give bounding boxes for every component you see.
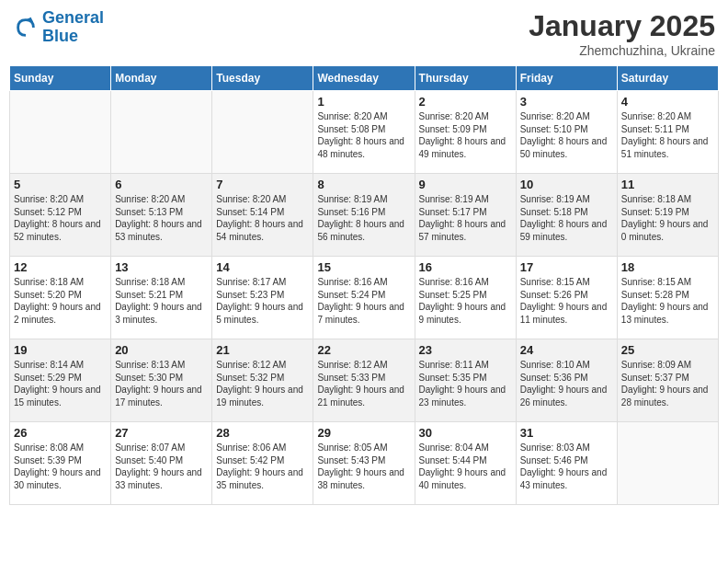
logo: General Blue bbox=[13, 9, 104, 46]
day-number: 18 bbox=[621, 260, 714, 274]
calendar-table: SundayMondayTuesdayWednesdayThursdayFrid… bbox=[9, 65, 719, 505]
day-cell: 23Sunrise: 8:11 AM Sunset: 5:35 PM Dayli… bbox=[415, 339, 516, 422]
day-number: 28 bbox=[216, 426, 309, 440]
header-row: SundayMondayTuesdayWednesdayThursdayFrid… bbox=[10, 66, 719, 91]
day-info: Sunrise: 8:20 AM Sunset: 5:13 PM Dayligh… bbox=[115, 193, 208, 243]
day-info: Sunrise: 8:20 AM Sunset: 5:11 PM Dayligh… bbox=[621, 110, 714, 160]
day-info: Sunrise: 8:19 AM Sunset: 5:17 PM Dayligh… bbox=[419, 193, 512, 243]
month-title: January 2025 bbox=[529, 9, 715, 43]
col-header-monday: Monday bbox=[111, 66, 212, 91]
day-number: 23 bbox=[419, 343, 512, 357]
day-number: 13 bbox=[115, 260, 208, 274]
day-info: Sunrise: 8:05 AM Sunset: 5:43 PM Dayligh… bbox=[317, 442, 410, 491]
day-cell: 17Sunrise: 8:15 AM Sunset: 5:26 PM Dayli… bbox=[516, 257, 617, 339]
day-cell: 31Sunrise: 8:03 AM Sunset: 5:46 PM Dayli… bbox=[516, 422, 617, 505]
day-number: 2 bbox=[419, 95, 512, 109]
day-info: Sunrise: 8:12 AM Sunset: 5:32 PM Dayligh… bbox=[216, 359, 309, 408]
day-info: Sunrise: 8:07 AM Sunset: 5:40 PM Dayligh… bbox=[115, 442, 208, 491]
day-number: 9 bbox=[419, 178, 512, 191]
day-number: 1 bbox=[317, 95, 410, 109]
day-number: 24 bbox=[520, 343, 613, 357]
day-info: Sunrise: 8:15 AM Sunset: 5:26 PM Dayligh… bbox=[520, 276, 613, 326]
day-info: Sunrise: 8:15 AM Sunset: 5:28 PM Dayligh… bbox=[621, 276, 714, 326]
week-row-2: 5Sunrise: 8:20 AM Sunset: 5:12 PM Daylig… bbox=[10, 174, 719, 257]
day-cell: 24Sunrise: 8:10 AM Sunset: 5:36 PM Dayli… bbox=[516, 339, 617, 422]
day-info: Sunrise: 8:17 AM Sunset: 5:23 PM Dayligh… bbox=[216, 276, 309, 326]
day-number: 6 bbox=[115, 178, 208, 191]
day-cell: 5Sunrise: 8:20 AM Sunset: 5:12 PM Daylig… bbox=[10, 174, 111, 257]
day-info: Sunrise: 8:10 AM Sunset: 5:36 PM Dayligh… bbox=[520, 359, 613, 408]
day-info: Sunrise: 8:20 AM Sunset: 5:12 PM Dayligh… bbox=[14, 193, 107, 243]
day-number: 8 bbox=[317, 178, 410, 191]
day-number: 20 bbox=[115, 343, 208, 357]
day-number: 11 bbox=[621, 178, 714, 191]
day-number: 15 bbox=[317, 260, 410, 274]
col-header-sunday: Sunday bbox=[10, 66, 111, 91]
day-cell: 3Sunrise: 8:20 AM Sunset: 5:10 PM Daylig… bbox=[516, 91, 617, 174]
day-cell: 2Sunrise: 8:20 AM Sunset: 5:09 PM Daylig… bbox=[415, 91, 516, 174]
col-header-friday: Friday bbox=[516, 66, 617, 91]
day-info: Sunrise: 8:20 AM Sunset: 5:10 PM Dayligh… bbox=[520, 110, 613, 160]
day-number: 16 bbox=[419, 260, 512, 274]
day-cell: 15Sunrise: 8:16 AM Sunset: 5:24 PM Dayli… bbox=[313, 257, 415, 339]
day-number: 30 bbox=[419, 426, 512, 440]
day-cell bbox=[617, 422, 718, 505]
day-number: 29 bbox=[317, 426, 410, 440]
week-row-3: 12Sunrise: 8:18 AM Sunset: 5:20 PM Dayli… bbox=[10, 257, 719, 339]
day-info: Sunrise: 8:20 AM Sunset: 5:14 PM Dayligh… bbox=[216, 193, 309, 243]
day-cell: 30Sunrise: 8:04 AM Sunset: 5:44 PM Dayli… bbox=[415, 422, 516, 505]
day-info: Sunrise: 8:03 AM Sunset: 5:46 PM Dayligh… bbox=[520, 442, 613, 491]
day-cell bbox=[111, 91, 212, 174]
day-cell bbox=[212, 91, 313, 174]
day-info: Sunrise: 8:08 AM Sunset: 5:39 PM Dayligh… bbox=[14, 442, 107, 491]
col-header-thursday: Thursday bbox=[415, 66, 516, 91]
subtitle: Zhemchuzhina, Ukraine bbox=[529, 43, 715, 58]
day-cell: 12Sunrise: 8:18 AM Sunset: 5:20 PM Dayli… bbox=[10, 257, 111, 339]
day-cell: 4Sunrise: 8:20 AM Sunset: 5:11 PM Daylig… bbox=[617, 91, 718, 174]
col-header-tuesday: Tuesday bbox=[212, 66, 313, 91]
logo-text: General Blue bbox=[42, 9, 104, 46]
day-number: 12 bbox=[14, 260, 107, 274]
logo-icon bbox=[13, 15, 39, 40]
day-cell: 18Sunrise: 8:15 AM Sunset: 5:28 PM Dayli… bbox=[617, 257, 718, 339]
day-number: 14 bbox=[216, 260, 309, 274]
col-header-saturday: Saturday bbox=[617, 66, 718, 91]
day-number: 10 bbox=[520, 178, 613, 191]
day-cell: 1Sunrise: 8:20 AM Sunset: 5:08 PM Daylig… bbox=[313, 91, 415, 174]
day-info: Sunrise: 8:13 AM Sunset: 5:30 PM Dayligh… bbox=[115, 359, 208, 408]
day-info: Sunrise: 8:14 AM Sunset: 5:29 PM Dayligh… bbox=[14, 359, 107, 408]
day-cell: 29Sunrise: 8:05 AM Sunset: 5:43 PM Dayli… bbox=[313, 422, 415, 505]
day-number: 31 bbox=[520, 426, 613, 440]
day-number: 19 bbox=[14, 343, 107, 357]
day-info: Sunrise: 8:11 AM Sunset: 5:35 PM Dayligh… bbox=[419, 359, 512, 408]
day-info: Sunrise: 8:04 AM Sunset: 5:44 PM Dayligh… bbox=[419, 442, 512, 491]
day-number: 3 bbox=[520, 95, 613, 109]
day-cell: 7Sunrise: 8:20 AM Sunset: 5:14 PM Daylig… bbox=[212, 174, 313, 257]
day-number: 4 bbox=[621, 95, 714, 109]
day-cell: 9Sunrise: 8:19 AM Sunset: 5:17 PM Daylig… bbox=[415, 174, 516, 257]
day-number: 25 bbox=[621, 343, 714, 357]
day-number: 7 bbox=[216, 178, 309, 191]
day-info: Sunrise: 8:18 AM Sunset: 5:20 PM Dayligh… bbox=[14, 276, 107, 326]
day-cell: 25Sunrise: 8:09 AM Sunset: 5:37 PM Dayli… bbox=[617, 339, 718, 422]
header: General Blue January 2025 Zhemchuzhina, … bbox=[9, 9, 719, 58]
day-cell: 14Sunrise: 8:17 AM Sunset: 5:23 PM Dayli… bbox=[212, 257, 313, 339]
week-row-5: 26Sunrise: 8:08 AM Sunset: 5:39 PM Dayli… bbox=[10, 422, 719, 505]
day-cell: 21Sunrise: 8:12 AM Sunset: 5:32 PM Dayli… bbox=[212, 339, 313, 422]
day-info: Sunrise: 8:16 AM Sunset: 5:24 PM Dayligh… bbox=[317, 276, 410, 326]
day-number: 27 bbox=[115, 426, 208, 440]
week-row-1: 1Sunrise: 8:20 AM Sunset: 5:08 PM Daylig… bbox=[10, 91, 719, 174]
day-cell: 19Sunrise: 8:14 AM Sunset: 5:29 PM Dayli… bbox=[10, 339, 111, 422]
day-cell: 27Sunrise: 8:07 AM Sunset: 5:40 PM Dayli… bbox=[111, 422, 212, 505]
day-cell: 26Sunrise: 8:08 AM Sunset: 5:39 PM Dayli… bbox=[10, 422, 111, 505]
day-info: Sunrise: 8:19 AM Sunset: 5:16 PM Dayligh… bbox=[317, 193, 410, 243]
day-number: 22 bbox=[317, 343, 410, 357]
day-cell: 28Sunrise: 8:06 AM Sunset: 5:42 PM Dayli… bbox=[212, 422, 313, 505]
week-row-4: 19Sunrise: 8:14 AM Sunset: 5:29 PM Dayli… bbox=[10, 339, 719, 422]
day-cell bbox=[10, 91, 111, 174]
col-header-wednesday: Wednesday bbox=[313, 66, 415, 91]
day-number: 17 bbox=[520, 260, 613, 274]
day-info: Sunrise: 8:16 AM Sunset: 5:25 PM Dayligh… bbox=[419, 276, 512, 326]
day-info: Sunrise: 8:09 AM Sunset: 5:37 PM Dayligh… bbox=[621, 359, 714, 408]
day-cell: 11Sunrise: 8:18 AM Sunset: 5:19 PM Dayli… bbox=[617, 174, 718, 257]
